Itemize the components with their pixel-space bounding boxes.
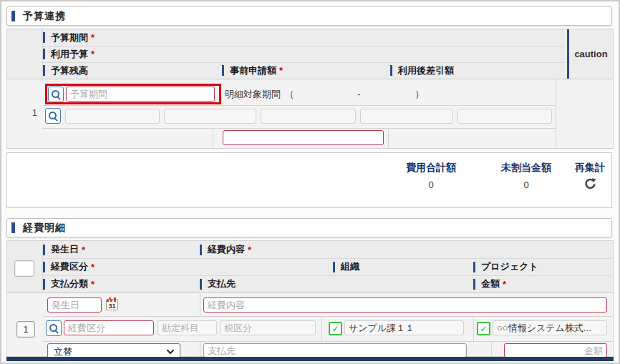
divider: [200, 293, 200, 316]
project-header-cell: プロジェクト: [473, 258, 538, 275]
refresh-icon: [584, 177, 596, 190]
header-accent-bar: [43, 262, 45, 272]
detail-target-period: 明細対象期間 （ - ）: [225, 84, 424, 104]
divider: [43, 341, 613, 342]
header-accent-bar: [43, 49, 45, 59]
header-accent-bar: [333, 262, 335, 272]
usage-budget-line: [45, 108, 552, 124]
after-use-balance-input: [457, 109, 552, 124]
total-cost-label: 費用合計額: [388, 162, 474, 174]
advance-request-amount-input[interactable]: [223, 130, 384, 145]
unallocated-amount-item: 未割当金額 0: [483, 162, 569, 190]
divider: [321, 316, 322, 341]
advance-request-header-cell: 事前申請額 *: [222, 62, 390, 79]
payee-label: 支払先: [208, 277, 236, 290]
payee-input[interactable]: [203, 343, 467, 358]
caution-column-header: caution: [567, 29, 613, 79]
section-accent-bar: [11, 11, 15, 21]
tax-class-input: [220, 320, 316, 335]
required-mark: *: [279, 65, 283, 76]
payee-header-cell: 支払先: [200, 275, 473, 292]
unallocated-amount-label: 未割当金額: [483, 162, 569, 174]
expense-header-row1: 発生日 * 経費内容 *: [43, 241, 612, 259]
required-mark: *: [248, 245, 251, 255]
search-icon-handle: [54, 330, 59, 334]
detail-period-open-paren: （: [285, 88, 294, 101]
divider: [200, 341, 200, 356]
after-use-balance-label: 利用後差引額: [398, 64, 454, 77]
divider: [491, 341, 492, 356]
usage-budget-label: 利用予算: [51, 48, 88, 61]
divider: [473, 316, 474, 341]
expense-category-input[interactable]: [64, 320, 154, 335]
budget-section-header: 予算連携: [6, 6, 612, 26]
required-mark: *: [91, 49, 95, 59]
header-accent-bar: [43, 32, 45, 43]
divider: [43, 128, 556, 129]
budget-period-search-button[interactable]: [48, 87, 64, 102]
organization-input: [344, 320, 464, 335]
expense-table: 発生日 * 経費内容 * 経費区分 * 組織 プロジェクト: [6, 240, 614, 357]
required-mark: *: [91, 262, 95, 272]
header-accent-bar: [473, 279, 475, 290]
recalculate-button[interactable]: [561, 177, 619, 192]
calendar-strip: [107, 300, 117, 302]
section-bottom-bar: [6, 357, 614, 361]
occurrence-date-input[interactable]: [47, 297, 102, 313]
budget-table: 予算期間 * 利用予算 * 予算残高 事前申請額 * 利用後差引: [6, 29, 614, 149]
payment-type-value: 立替: [54, 345, 72, 358]
expense-row-number-box[interactable]: 1: [16, 321, 35, 338]
chevron-down-icon: [166, 349, 175, 355]
required-mark: *: [91, 279, 95, 290]
totals-panel: 費用合計額 0 未割当金額 0 再集計: [6, 152, 612, 208]
budget-balance-input: [261, 109, 356, 124]
expense-category-header-cell: 経費区分 *: [43, 258, 333, 275]
project-checkbox[interactable]: ✓: [477, 322, 490, 335]
total-cost-item: 費用合計額 0: [388, 162, 474, 190]
budget-header-row-period: 予算期間 *: [43, 29, 565, 46]
divider: [556, 79, 556, 148]
divider: [213, 128, 213, 148]
payment-class-header-cell: 支払分類 *: [43, 275, 200, 292]
usage-budget-search-button[interactable]: [45, 108, 61, 124]
occurrence-date-header-cell: 発生日 *: [43, 241, 200, 258]
expense-section-header: 経費明細: [6, 218, 612, 237]
amount-input[interactable]: [504, 343, 607, 358]
expense-category-search-button[interactable]: [46, 320, 62, 336]
expense-content-input[interactable]: [203, 297, 607, 313]
check-icon: ✓: [331, 325, 339, 333]
required-mark: *: [82, 245, 85, 255]
budget-header-row-usage: 利用予算 *: [43, 46, 565, 63]
amount-label: 金額: [481, 277, 500, 290]
search-icon-handle: [54, 117, 58, 122]
required-mark: *: [91, 32, 95, 43]
budget-period-header-cell: 予算期間 *: [43, 29, 95, 46]
occurrence-date-label: 発生日: [51, 243, 79, 256]
budget-header-row-amounts: 予算残高 事前申請額 * 利用後差引額: [43, 62, 565, 79]
unallocated-amount-value: 0: [483, 179, 569, 190]
usage-budget-sub-input: [164, 109, 256, 124]
section-accent-bar: [11, 222, 15, 233]
calendar-day-number: 31: [107, 302, 117, 310]
calendar-icon[interactable]: 31: [106, 299, 118, 310]
expense-header-row2: 経費区分 * 組織 プロジェクト: [43, 258, 612, 276]
budget-section-title: 予算連携: [23, 10, 66, 23]
budget-period-input[interactable]: [66, 87, 215, 102]
recalculate-item: 再集計: [561, 162, 619, 192]
detail-period-close-paren: ）: [415, 88, 424, 101]
budget-balance-label: 予算残高: [51, 64, 88, 77]
amount-header-cell: 金額 *: [473, 275, 506, 292]
expense-row-number: 1: [23, 324, 28, 335]
divider: [43, 316, 613, 317]
organization-header-cell: 組織: [333, 258, 473, 275]
detail-period-dash: -: [357, 89, 360, 99]
recalculate-label: 再集計: [561, 162, 619, 174]
divider: [388, 128, 389, 148]
expense-category-label: 経費区分: [51, 260, 88, 273]
expense-form-screen: 予算連携 予算期間 * 利用予算 * 予算残高 事前申請額: [0, 0, 620, 364]
organization-checkbox[interactable]: ✓: [329, 322, 342, 335]
select-all-rows-box[interactable]: [14, 260, 34, 277]
expense-content-label: 経費内容: [208, 243, 245, 256]
check-icon: ✓: [480, 325, 487, 333]
payment-class-label: 支払分類: [51, 277, 88, 290]
